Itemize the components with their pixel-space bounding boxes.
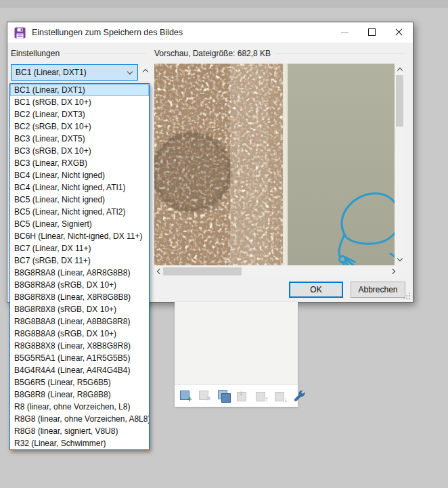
dropdown-item[interactable]: R32 (Linear, Schwimmer) — [10, 437, 149, 449]
merge-layer-down-icon: ↓ — [236, 389, 250, 403]
ok-button[interactable]: OK — [289, 282, 343, 298]
dropdown-item[interactable]: R8G8 (linear, signiert, V8U8) — [10, 425, 149, 437]
dropdown-item[interactable]: B8G8R8A8 (sRGB, DX 10+) — [10, 279, 149, 291]
layers-panel: +×↓↑↓ — [175, 302, 298, 407]
cancel-button[interactable]: Abbrechen — [351, 282, 405, 298]
vertical-scrollbar-thumb[interactable] — [396, 75, 403, 127]
preview-group-header: Vorschau, Dateigröße: 682,8 KB — [154, 49, 405, 58]
resize-grip[interactable] — [403, 292, 411, 300]
add-layer-icon[interactable]: + — [179, 389, 193, 403]
dropdown-item[interactable]: BC6H (Linear, Nicht-igned, DX 11+) — [10, 230, 149, 242]
dropdown-item[interactable]: B8G8R8A8 (Linear, A8R8G8B8) — [10, 267, 149, 279]
settings-group-header: Einstellungen — [11, 49, 146, 58]
dropdown-item[interactable]: R8G8 (linear, ohne Vorzeichen, A8L8) — [10, 413, 149, 425]
close-icon[interactable] — [386, 22, 413, 43]
dropdown-item[interactable]: BC1 (sRGB, DX 10+) — [10, 96, 149, 108]
settings-group-line — [64, 53, 146, 54]
settings-group-label: Einstellungen — [11, 49, 60, 58]
dropdown-item[interactable]: B4G4R4A4 (Linear, A4R4G4B4) — [10, 364, 149, 376]
dropdown-item[interactable]: BC5 (Linear, Signiert) — [10, 218, 149, 230]
preview-image-cork — [154, 64, 283, 265]
dropdown-item[interactable]: BC5 (Linear, Nicht igned, ATI2) — [10, 206, 149, 218]
preview-horizontal-scrollbar[interactable] — [154, 266, 398, 277]
dropdown-item[interactable]: B8G8R8 (Linear, R8G8B8) — [10, 389, 149, 401]
dropdown-item[interactable]: BC3 (Linear, RXGB) — [10, 157, 149, 169]
scroll-up-icon[interactable] — [397, 68, 403, 73]
dropdown-item[interactable]: B5G6R5 (Linear, R5G6B5) — [10, 376, 149, 389]
move-layer-up-icon: ↑ — [255, 389, 269, 403]
maximize-icon[interactable] — [359, 22, 386, 43]
delete-layer-icon: × — [198, 389, 212, 403]
dropdown-item[interactable]: R8G8B8A8 (Linear, A8B8G8R8) — [10, 315, 149, 328]
save-floppy-icon — [14, 27, 26, 39]
preview-vertical-scrollbar[interactable] — [395, 64, 405, 265]
dropdown-item[interactable]: B5G5R5A1 (Linear, A1R5G5B5) — [10, 352, 149, 364]
chevron-down-icon — [127, 69, 133, 74]
dropdown-item[interactable]: BC2 (Linear, DXT3) — [10, 108, 149, 120]
dropdown-item[interactable]: R8G8B8X8 (Linear, X8B8G8R8) — [10, 340, 149, 352]
titlebar[interactable]: Einstellungen zum Speichern des Bildes — [7, 22, 413, 43]
minimize-icon[interactable] — [332, 22, 359, 43]
format-dropdown: BC1 (Linear, DXT1)BC1 (sRGB, DX 10+)BC2 … — [9, 83, 150, 450]
preview-group-line — [275, 53, 405, 54]
dropdown-item[interactable]: B8G8R8X8 (Linear, X8R8G8B8) — [10, 291, 149, 303]
dropdown-item[interactable]: BC5 (Linear, Nicht igned) — [10, 194, 149, 206]
screen: Einstellungen zum Speichern des Bildes E… — [0, 0, 448, 488]
dropdown-item[interactable]: BC4 (Linear, Nicht igned, ATI1) — [10, 181, 149, 194]
format-combobox[interactable]: BC1 (Linear, DXT1) — [11, 64, 138, 81]
scroll-left-icon[interactable] — [157, 269, 162, 274]
dialog-title: Einstellungen zum Speichern des Bildes — [32, 28, 183, 37]
scroll-up-icon[interactable] — [143, 69, 148, 74]
dropdown-item[interactable]: B8G8R8X8 (sRGB, DX 10+) — [10, 303, 149, 315]
layer-properties-icon[interactable] — [293, 389, 307, 403]
dropdown-item[interactable]: R8G8B8A8 (sRGB, DX 10+) — [10, 328, 149, 340]
dropdown-item[interactable]: BC7 (Linear, DX 11+) — [10, 242, 149, 254]
dropdown-item[interactable]: R8 (linear, ohne Vorzeichen, L8) — [10, 401, 149, 413]
duplicate-layer-icon[interactable] — [217, 389, 231, 403]
format-combobox-value: BC1 (Linear, DXT1) — [16, 68, 87, 77]
horizontal-scrollbar-thumb[interactable] — [163, 267, 242, 275]
window-controls — [332, 22, 413, 43]
preview-group-label: Vorschau, Dateigröße: 682,8 KB — [154, 49, 271, 58]
dropdown-item[interactable]: BC7 (sRGB, DX 11+) — [10, 254, 149, 267]
dropdown-item[interactable]: BC3 (sRGB, DX 10+) — [10, 145, 149, 157]
dropdown-item[interactable]: BC2 (sRGB, DX 10+) — [10, 120, 149, 133]
app-background-strip — [0, 0, 448, 7]
preview-image-right — [288, 64, 395, 265]
move-layer-down-icon: ↓ — [274, 389, 288, 403]
layers-toolbar: +×↓↑↓ — [175, 384, 298, 407]
preview-image-gap — [283, 64, 288, 265]
dropdown-item[interactable]: BC3 (Linear, DXT5) — [10, 133, 149, 145]
scroll-right-icon[interactable] — [390, 269, 395, 274]
scroll-down-icon[interactable] — [397, 256, 403, 261]
dropdown-item[interactable]: BC1 (Linear, DXT1) — [10, 84, 149, 96]
dropdown-item[interactable]: BC4 (Linear, Nicht igned) — [10, 169, 149, 181]
